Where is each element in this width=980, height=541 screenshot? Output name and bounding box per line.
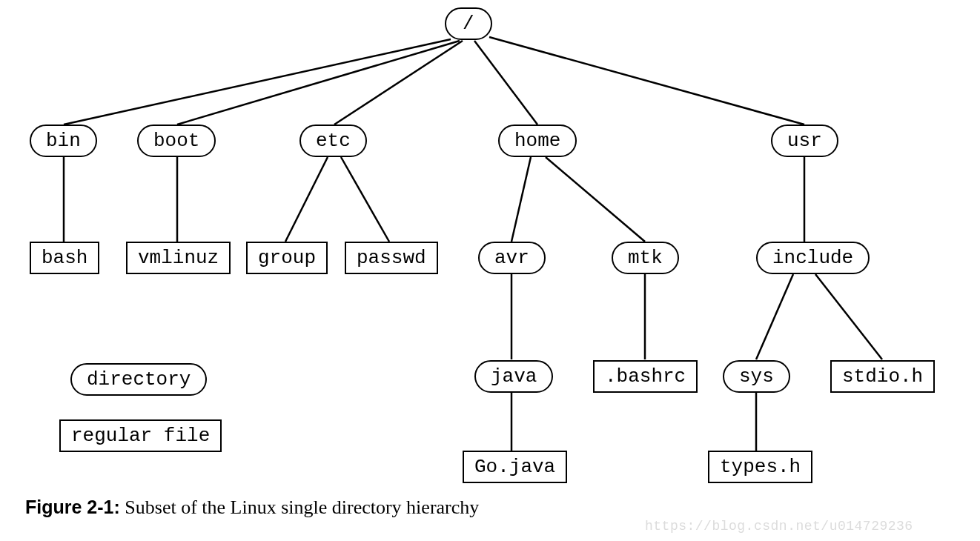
svg-line-1 — [177, 41, 460, 125]
figure-caption: Figure 2-1: Subset of the Linux single d… — [25, 497, 479, 519]
svg-line-0 — [64, 39, 451, 125]
dir-root: / — [445, 7, 492, 40]
dir-avr: avr — [478, 242, 546, 274]
file-bashrc: .bashrc — [593, 360, 698, 393]
file-typesh: types.h — [708, 451, 812, 483]
svg-line-4 — [489, 37, 804, 125]
legend-regular-file: regular file — [59, 419, 222, 452]
svg-line-8 — [341, 157, 389, 242]
file-stdioh: stdio.h — [830, 360, 935, 393]
svg-line-9 — [511, 157, 531, 242]
legend-directory: directory — [70, 363, 207, 396]
dir-sys: sys — [723, 360, 790, 393]
file-gojava: Go.java — [463, 451, 567, 483]
svg-line-2 — [334, 41, 463, 125]
file-bash: bash — [30, 242, 99, 274]
dir-java: java — [474, 360, 553, 393]
svg-line-7 — [285, 157, 328, 242]
dir-boot: boot — [137, 125, 216, 157]
figure-caption-text: Subset of the Linux single directory hie… — [120, 497, 479, 518]
svg-line-14 — [756, 274, 793, 359]
figure-caption-label: Figure 2-1: — [25, 497, 120, 517]
svg-line-10 — [546, 157, 645, 242]
svg-line-3 — [474, 41, 537, 125]
file-group: group — [246, 242, 328, 274]
file-passwd: passwd — [345, 242, 438, 274]
dir-usr: usr — [771, 125, 838, 157]
dir-home: home — [498, 125, 577, 157]
dir-mtk: mtk — [612, 242, 679, 274]
watermark: https://blog.csdn.net/u014729236 — [645, 519, 913, 534]
file-vmlinuz: vmlinuz — [126, 242, 231, 274]
dir-bin: bin — [30, 125, 97, 157]
svg-line-15 — [815, 274, 882, 359]
dir-include: include — [756, 242, 870, 274]
dir-etc: etc — [299, 125, 367, 157]
